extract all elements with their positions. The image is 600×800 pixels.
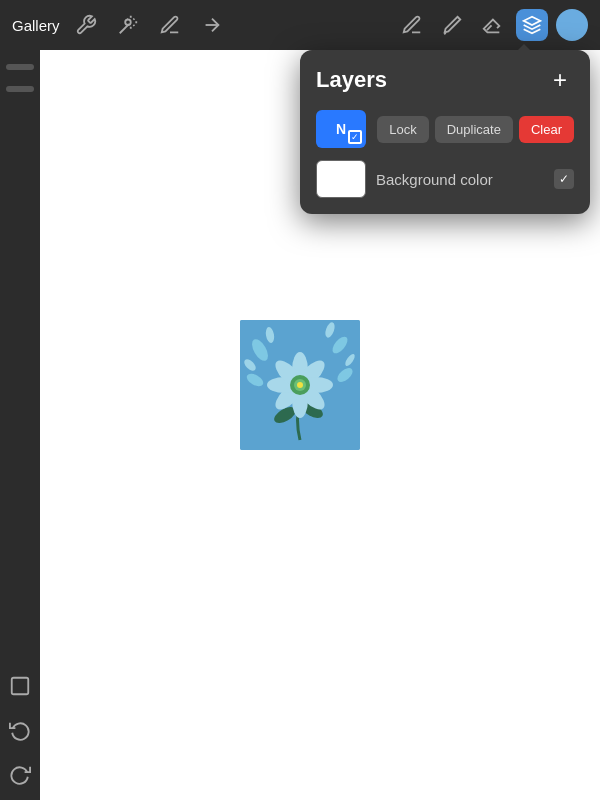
- svg-line-0: [119, 24, 128, 33]
- svg-point-25: [297, 382, 303, 388]
- frame-tool[interactable]: [4, 670, 36, 702]
- layer-actions: Lock Duplicate Clear: [374, 116, 574, 143]
- layer-row-n: N Lock Duplicate Clear: [316, 110, 574, 148]
- add-layer-button[interactable]: +: [546, 66, 574, 94]
- layer-thumbnail[interactable]: N: [316, 110, 366, 148]
- background-color-label: Background color: [376, 171, 544, 188]
- wrench-icon[interactable]: [70, 9, 102, 41]
- layers-panel: Layers + N Lock Duplicate Clear Backgrou…: [300, 50, 590, 214]
- svg-rect-3: [12, 678, 29, 695]
- brush-icon[interactable]: [436, 9, 468, 41]
- background-color-row: Background color: [316, 160, 574, 198]
- gallery-button[interactable]: Gallery: [12, 17, 60, 34]
- redo-button[interactable]: [4, 758, 36, 790]
- left-sidebar: [0, 50, 40, 800]
- eraser-icon[interactable]: [476, 9, 508, 41]
- undo-button[interactable]: [4, 714, 36, 746]
- background-color-swatch[interactable]: [316, 160, 366, 198]
- smudge-icon[interactable]: [154, 9, 186, 41]
- clear-button[interactable]: Clear: [519, 116, 574, 143]
- flower-image: [240, 320, 360, 450]
- top-toolbar: Gallery: [0, 0, 600, 50]
- wand-icon[interactable]: [112, 9, 144, 41]
- layer-visibility-checkbox[interactable]: [348, 130, 362, 144]
- layers-title: Layers: [316, 67, 387, 93]
- lock-button[interactable]: Lock: [377, 116, 428, 143]
- layers-panel-header: Layers +: [316, 66, 574, 94]
- duplicate-button[interactable]: Duplicate: [435, 116, 513, 143]
- pen-icon[interactable]: [396, 9, 428, 41]
- toolbar-right: [396, 9, 588, 41]
- layers-icon[interactable]: [516, 9, 548, 41]
- background-color-checkbox[interactable]: [554, 169, 574, 189]
- svg-marker-2: [524, 17, 541, 25]
- color-picker[interactable]: [556, 9, 588, 41]
- brush-opacity-slider[interactable]: [6, 86, 34, 92]
- panel-arrow: [516, 44, 532, 52]
- brush-size-slider[interactable]: [6, 64, 34, 70]
- layer-n-label: N: [336, 121, 346, 137]
- arrow-icon[interactable]: [196, 9, 228, 41]
- gallery-label: Gallery: [12, 17, 60, 34]
